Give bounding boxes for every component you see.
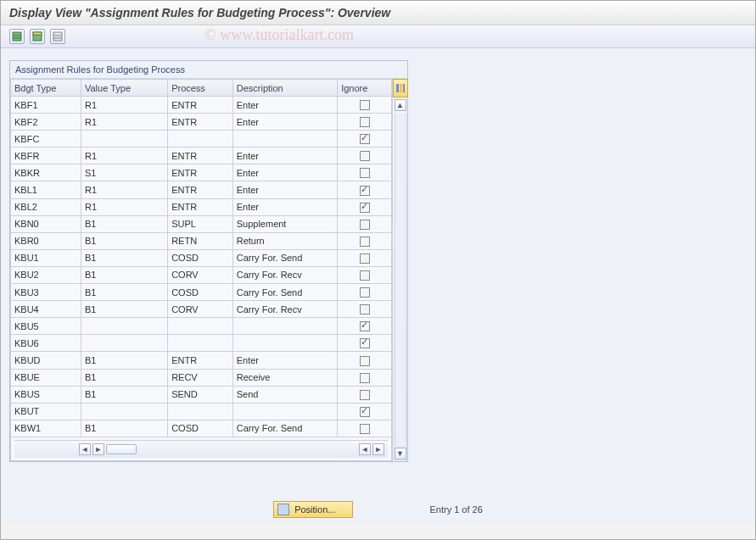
cell-bdgt: KBUD xyxy=(11,352,81,369)
ignore-checkbox[interactable] xyxy=(360,220,370,230)
table-row[interactable]: KBUSB1SENDSend xyxy=(11,386,392,403)
col-header-ignore[interactable]: Ignore xyxy=(338,80,392,97)
scroll-down-icon[interactable]: ▼ xyxy=(395,448,406,459)
table-row[interactable]: KBF2R1ENTREnter xyxy=(11,114,392,131)
svg-rect-10 xyxy=(403,84,405,92)
table-row[interactable]: KBU5 xyxy=(11,318,392,335)
cell-bdgt: KBU4 xyxy=(11,301,81,318)
cell-ignore xyxy=(338,301,392,318)
cell-bdgt: KBU6 xyxy=(11,335,81,352)
cell-desc xyxy=(232,318,337,335)
ignore-checkbox[interactable] xyxy=(360,203,370,213)
cell-ignore xyxy=(338,232,392,249)
ignore-checkbox[interactable] xyxy=(360,134,370,144)
table-row[interactable]: KBL1R1ENTREnter xyxy=(11,181,392,198)
cell-val xyxy=(81,335,167,352)
cell-proc: COSD xyxy=(168,420,233,437)
cell-val: R1 xyxy=(81,198,167,215)
cell-desc: Send xyxy=(232,386,337,403)
cell-ignore xyxy=(338,318,392,335)
table-row[interactable]: KBUDB1ENTREnter xyxy=(11,352,392,369)
page-title: Display View "Assignment Rules for Budge… xyxy=(1,1,755,25)
ignore-checkbox[interactable] xyxy=(360,356,370,366)
table-row[interactable]: KBW1B1COSDCarry For. Send xyxy=(11,420,392,437)
assignment-rules-table: Bdgt Type Value Type Process Description… xyxy=(10,79,392,461)
ignore-checkbox[interactable] xyxy=(360,100,370,110)
table-row[interactable]: KBKRS1ENTREnter xyxy=(11,164,392,181)
ignore-checkbox[interactable] xyxy=(360,373,370,383)
ignore-checkbox[interactable] xyxy=(360,287,370,298)
table-row[interactable]: KBN0B1SUPLSupplement xyxy=(11,215,392,232)
svg-rect-4 xyxy=(33,32,42,35)
cell-val: B1 xyxy=(81,215,167,232)
vertical-scrollbar[interactable]: ▲ ▼ xyxy=(392,79,407,461)
cell-proc: ENTR xyxy=(168,148,233,164)
table-row[interactable]: KBUT xyxy=(11,403,392,420)
cell-bdgt: KBN0 xyxy=(11,215,81,232)
cell-proc: ENTR xyxy=(168,164,233,181)
cell-proc xyxy=(168,335,233,352)
table-row[interactable]: KBU6 xyxy=(11,335,392,352)
cell-bdgt: KBW1 xyxy=(11,420,81,437)
toolbar-button-3[interactable] xyxy=(50,29,65,44)
panel-title: Assignment Rules for Budgeting Process xyxy=(10,61,407,79)
ignore-checkbox[interactable] xyxy=(360,304,370,315)
cell-bdgt: KBR0 xyxy=(11,232,81,249)
cell-proc: RETN xyxy=(168,232,233,249)
scroll-right-icon[interactable]: ► xyxy=(92,443,104,455)
table-row[interactable]: KBF1R1ENTREnter xyxy=(11,97,392,114)
cell-proc: SUPL xyxy=(168,215,233,232)
ignore-checkbox[interactable] xyxy=(360,117,370,127)
ignore-checkbox[interactable] xyxy=(360,168,370,178)
cell-ignore xyxy=(338,198,392,215)
table-row[interactable]: KBU2B1CORVCarry For. Recv xyxy=(11,266,392,283)
toolbar-button-2[interactable] xyxy=(30,29,45,44)
ignore-checkbox[interactable] xyxy=(360,424,370,434)
table-row[interactable]: KBU4B1CORVCarry For. Recv xyxy=(11,301,392,318)
ignore-checkbox[interactable] xyxy=(360,253,370,264)
ignore-checkbox[interactable] xyxy=(360,270,370,281)
ignore-checkbox[interactable] xyxy=(360,237,370,247)
scroll-left2-icon[interactable]: ◄ xyxy=(359,443,371,455)
table-row[interactable]: KBU3B1COSDCarry For. Send xyxy=(11,284,392,301)
horizontal-scrollbar[interactable]: ◄ ► ◄ ► xyxy=(14,440,388,458)
ignore-checkbox[interactable] xyxy=(360,321,370,331)
scroll-up-icon[interactable]: ▲ xyxy=(395,99,406,111)
configure-columns-button[interactable] xyxy=(393,79,408,97)
scroll-thumb[interactable] xyxy=(106,444,137,454)
scroll-left-icon[interactable]: ◄ xyxy=(79,443,91,455)
ignore-checkbox[interactable] xyxy=(360,186,370,196)
cell-bdgt: KBUS xyxy=(11,386,81,403)
cell-ignore xyxy=(338,266,392,283)
cell-val: B1 xyxy=(81,301,167,318)
ignore-checkbox[interactable] xyxy=(360,407,370,417)
col-header-process[interactable]: Process xyxy=(168,80,233,97)
cell-desc xyxy=(232,403,337,420)
table-row[interactable]: KBR0B1RETNReturn xyxy=(11,232,392,249)
table-row[interactable]: KBUEB1RECVReceive xyxy=(11,369,392,386)
scroll-right2-icon[interactable]: ► xyxy=(372,443,384,455)
cell-desc: Enter xyxy=(232,198,337,215)
cell-proc: ENTR xyxy=(168,198,233,215)
cell-val: B1 xyxy=(81,420,167,437)
cell-ignore xyxy=(338,114,392,131)
position-button[interactable]: Position... xyxy=(273,501,353,518)
position-icon xyxy=(277,504,289,515)
col-header-description[interactable]: Description xyxy=(232,80,337,97)
table-select-icon xyxy=(32,31,42,42)
cell-desc xyxy=(232,131,337,148)
ignore-checkbox[interactable] xyxy=(360,338,370,348)
table-row[interactable]: KBFRR1ENTREnter xyxy=(11,148,392,164)
cell-bdgt: KBF1 xyxy=(11,97,81,114)
ignore-checkbox[interactable] xyxy=(360,151,370,161)
cell-proc: ENTR xyxy=(168,97,233,114)
table-row[interactable]: KBL2R1ENTREnter xyxy=(11,198,392,215)
toolbar-button-1[interactable] xyxy=(9,29,25,44)
scroll-track[interactable] xyxy=(395,113,406,446)
ignore-checkbox[interactable] xyxy=(360,390,370,400)
cell-ignore xyxy=(338,164,392,181)
col-header-bdgt-type[interactable]: Bdgt Type xyxy=(11,80,81,97)
table-row[interactable]: KBFC xyxy=(11,131,392,148)
col-header-value-type[interactable]: Value Type xyxy=(81,80,167,97)
table-row[interactable]: KBU1B1COSDCarry For. Send xyxy=(11,249,392,266)
